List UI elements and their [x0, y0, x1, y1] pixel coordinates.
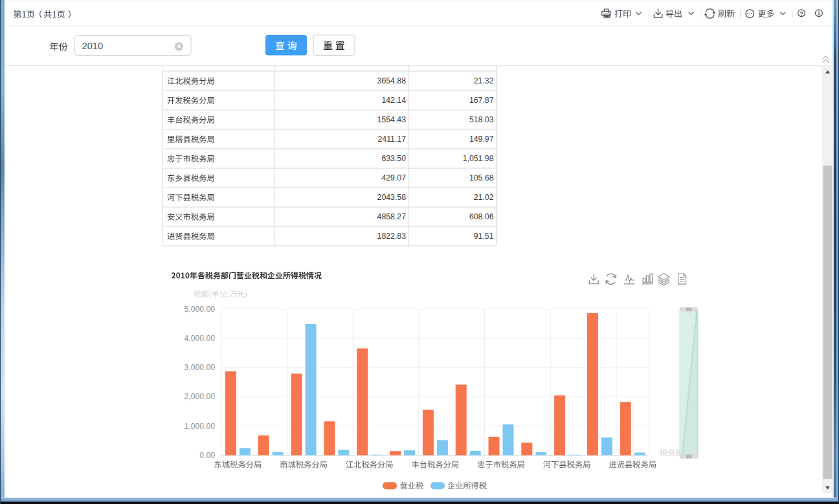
svg-text:1822.83: 1822.83: [377, 232, 407, 241]
svg-text:149.97: 149.97: [469, 135, 494, 144]
svg-text:608.06: 608.06: [469, 212, 494, 221]
svg-text:?: ?: [800, 10, 803, 17]
svg-text:5,000.00: 5,000.00: [185, 305, 216, 314]
svg-text:633.50: 633.50: [381, 154, 406, 163]
svg-text:21.02: 21.02: [474, 193, 494, 202]
svg-text:2010: 2010: [82, 41, 103, 51]
svg-text:21.32: 21.32: [474, 76, 494, 85]
svg-text:2,000.00: 2,000.00: [185, 392, 216, 401]
svg-text:2043.58: 2043.58: [377, 193, 407, 202]
svg-text:105.68: 105.68: [469, 173, 494, 182]
svg-text:1554.43: 1554.43: [377, 115, 407, 124]
svg-text:167.87: 167.87: [469, 96, 494, 105]
svg-text:0.00: 0.00: [199, 451, 215, 460]
svg-text:3,000.00: 3,000.00: [185, 363, 216, 372]
svg-text:4858.27: 4858.27: [377, 212, 407, 221]
svg-text:429.07: 429.07: [381, 173, 406, 182]
svg-text:3654.88: 3654.88: [377, 76, 407, 85]
svg-text:4,000.00: 4,000.00: [185, 334, 216, 343]
svg-text:2411.17: 2411.17: [377, 135, 406, 144]
svg-text:142.14: 142.14: [381, 96, 406, 105]
svg-text:1,000.00: 1,000.00: [185, 422, 216, 431]
svg-text:518.03: 518.03: [469, 115, 494, 124]
svg-text:91.51: 91.51: [474, 232, 494, 241]
svg-text:1,051.98: 1,051.98: [463, 154, 494, 163]
